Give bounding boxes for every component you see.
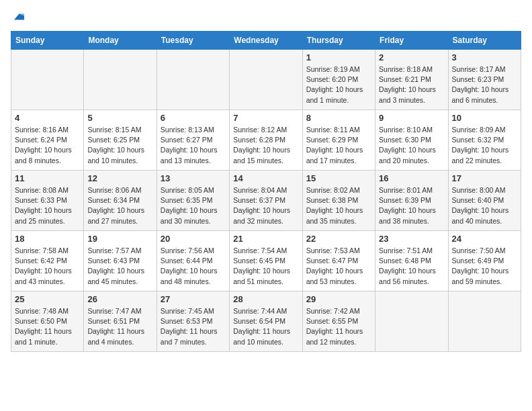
- day-number: 15: [306, 173, 371, 183]
- logo-icon: [12, 11, 24, 23]
- calendar-cell: 19Sunrise: 7:57 AMSunset: 6:43 PMDayligh…: [84, 231, 157, 291]
- day-number: 4: [15, 113, 80, 123]
- day-info: Sunrise: 8:19 AMSunset: 6:20 PMDaylight:…: [306, 64, 371, 105]
- day-info: Sunrise: 7:57 AMSunset: 6:43 PMDaylight:…: [87, 246, 152, 287]
- day-info: Sunrise: 7:56 AMSunset: 6:44 PMDaylight:…: [161, 246, 226, 287]
- day-number: 29: [306, 294, 371, 304]
- day-info: Sunrise: 8:15 AMSunset: 6:25 PMDaylight:…: [87, 125, 152, 166]
- week-row-3: 11Sunrise: 8:08 AMSunset: 6:33 PMDayligh…: [11, 171, 521, 231]
- day-info: Sunrise: 8:13 AMSunset: 6:27 PMDaylight:…: [161, 125, 226, 166]
- day-number: 8: [306, 113, 371, 123]
- day-info: Sunrise: 8:18 AMSunset: 6:21 PMDaylight:…: [379, 64, 444, 105]
- day-number: 27: [161, 294, 226, 304]
- week-row-2: 4Sunrise: 8:16 AMSunset: 6:24 PMDaylight…: [11, 110, 521, 171]
- calendar-cell: [157, 50, 229, 110]
- calendar-cell: [230, 50, 302, 110]
- calendar-cell: 27Sunrise: 7:45 AMSunset: 6:53 PMDayligh…: [157, 291, 229, 352]
- calendar-cell: 18Sunrise: 7:58 AMSunset: 6:42 PMDayligh…: [11, 231, 84, 291]
- calendar-cell: [375, 291, 448, 352]
- weekday-thursday: Thursday: [302, 32, 375, 50]
- calendar-body: 1Sunrise: 8:19 AMSunset: 6:20 PMDaylight…: [11, 50, 521, 352]
- calendar-cell: 6Sunrise: 8:13 AMSunset: 6:27 PMDaylight…: [157, 110, 229, 171]
- day-info: Sunrise: 8:09 AMSunset: 6:32 PMDaylight:…: [452, 125, 517, 166]
- day-number: 10: [452, 113, 517, 123]
- day-info: Sunrise: 7:48 AMSunset: 6:50 PMDaylight:…: [15, 306, 80, 347]
- day-number: 24: [452, 234, 517, 244]
- day-info: Sunrise: 7:54 AMSunset: 6:45 PMDaylight:…: [233, 246, 298, 287]
- calendar-cell: 26Sunrise: 7:47 AMSunset: 6:51 PMDayligh…: [84, 291, 157, 352]
- calendar-cell: 10Sunrise: 8:09 AMSunset: 6:32 PMDayligh…: [448, 110, 521, 171]
- weekday-sunday: Sunday: [11, 32, 84, 50]
- day-number: 14: [233, 173, 298, 183]
- calendar-cell: 8Sunrise: 8:11 AMSunset: 6:29 PMDaylight…: [302, 110, 375, 171]
- day-info: Sunrise: 8:11 AMSunset: 6:29 PMDaylight:…: [306, 125, 371, 166]
- calendar-cell: 7Sunrise: 8:12 AMSunset: 6:28 PMDaylight…: [230, 110, 302, 171]
- day-info: Sunrise: 7:53 AMSunset: 6:47 PMDaylight:…: [306, 246, 371, 287]
- calendar-cell: 16Sunrise: 8:01 AMSunset: 6:39 PMDayligh…: [375, 171, 448, 231]
- calendar-cell: 13Sunrise: 8:05 AMSunset: 6:35 PMDayligh…: [157, 171, 229, 231]
- day-number: 2: [379, 52, 444, 62]
- day-number: 9: [379, 113, 444, 123]
- day-info: Sunrise: 7:42 AMSunset: 6:55 PMDaylight:…: [306, 306, 371, 347]
- calendar-cell: [448, 291, 521, 352]
- day-info: Sunrise: 8:10 AMSunset: 6:30 PMDaylight:…: [379, 125, 444, 166]
- calendar-cell: 17Sunrise: 8:00 AMSunset: 6:40 PMDayligh…: [448, 171, 521, 231]
- calendar-cell: 9Sunrise: 8:10 AMSunset: 6:30 PMDaylight…: [375, 110, 448, 171]
- day-number: 17: [452, 173, 517, 183]
- day-info: Sunrise: 8:17 AMSunset: 6:23 PMDaylight:…: [452, 64, 517, 105]
- day-info: Sunrise: 8:04 AMSunset: 6:37 PMDaylight:…: [233, 185, 298, 226]
- calendar-cell: 15Sunrise: 8:02 AMSunset: 6:38 PMDayligh…: [302, 171, 375, 231]
- logo: [11, 11, 24, 23]
- calendar-cell: 25Sunrise: 7:48 AMSunset: 6:50 PMDayligh…: [11, 291, 84, 352]
- calendar-cell: [11, 50, 84, 110]
- calendar-cell: 23Sunrise: 7:51 AMSunset: 6:48 PMDayligh…: [375, 231, 448, 291]
- weekday-header-row: SundayMondayTuesdayWednesdayThursdayFrid…: [11, 32, 521, 50]
- week-row-4: 18Sunrise: 7:58 AMSunset: 6:42 PMDayligh…: [11, 231, 521, 291]
- day-info: Sunrise: 8:05 AMSunset: 6:35 PMDaylight:…: [161, 185, 226, 226]
- day-info: Sunrise: 7:44 AMSunset: 6:54 PMDaylight:…: [233, 306, 298, 347]
- calendar-cell: 24Sunrise: 7:50 AMSunset: 6:49 PMDayligh…: [448, 231, 521, 291]
- weekday-friday: Friday: [375, 32, 448, 50]
- day-number: 5: [87, 113, 152, 123]
- day-info: Sunrise: 7:45 AMSunset: 6:53 PMDaylight:…: [161, 306, 226, 347]
- day-number: 22: [306, 234, 371, 244]
- calendar-table: SundayMondayTuesdayWednesdayThursdayFrid…: [11, 31, 521, 352]
- day-number: 1: [306, 52, 371, 62]
- calendar-cell: 1Sunrise: 8:19 AMSunset: 6:20 PMDaylight…: [302, 50, 375, 110]
- day-number: 28: [233, 294, 298, 304]
- day-info: Sunrise: 8:02 AMSunset: 6:38 PMDaylight:…: [306, 185, 371, 226]
- day-number: 20: [161, 234, 226, 244]
- day-number: 3: [452, 52, 517, 62]
- day-info: Sunrise: 8:06 AMSunset: 6:34 PMDaylight:…: [87, 185, 152, 226]
- calendar-cell: 21Sunrise: 7:54 AMSunset: 6:45 PMDayligh…: [230, 231, 302, 291]
- day-number: 13: [161, 173, 226, 183]
- day-number: 26: [87, 294, 152, 304]
- day-number: 16: [379, 173, 444, 183]
- day-number: 18: [15, 234, 80, 244]
- day-number: 6: [161, 113, 226, 123]
- day-number: 23: [379, 234, 444, 244]
- day-info: Sunrise: 7:50 AMSunset: 6:49 PMDaylight:…: [452, 246, 517, 287]
- day-info: Sunrise: 7:51 AMSunset: 6:48 PMDaylight:…: [379, 246, 444, 287]
- weekday-saturday: Saturday: [448, 32, 521, 50]
- day-info: Sunrise: 8:16 AMSunset: 6:24 PMDaylight:…: [15, 125, 80, 166]
- calendar-cell: 20Sunrise: 7:56 AMSunset: 6:44 PMDayligh…: [157, 231, 229, 291]
- page-header: [11, 11, 521, 23]
- day-number: 25: [15, 294, 80, 304]
- calendar-cell: 4Sunrise: 8:16 AMSunset: 6:24 PMDaylight…: [11, 110, 84, 171]
- day-info: Sunrise: 8:08 AMSunset: 6:33 PMDaylight:…: [15, 185, 80, 226]
- day-info: Sunrise: 8:00 AMSunset: 6:40 PMDaylight:…: [452, 185, 517, 226]
- calendar-cell: 5Sunrise: 8:15 AMSunset: 6:25 PMDaylight…: [84, 110, 157, 171]
- day-info: Sunrise: 8:01 AMSunset: 6:39 PMDaylight:…: [379, 185, 444, 226]
- calendar-cell: 22Sunrise: 7:53 AMSunset: 6:47 PMDayligh…: [302, 231, 375, 291]
- week-row-5: 25Sunrise: 7:48 AMSunset: 6:50 PMDayligh…: [11, 291, 521, 352]
- day-number: 21: [233, 234, 298, 244]
- weekday-wednesday: Wednesday: [230, 32, 302, 50]
- calendar-cell: 28Sunrise: 7:44 AMSunset: 6:54 PMDayligh…: [230, 291, 302, 352]
- day-info: Sunrise: 8:12 AMSunset: 6:28 PMDaylight:…: [233, 125, 298, 166]
- week-row-1: 1Sunrise: 8:19 AMSunset: 6:20 PMDaylight…: [11, 50, 521, 110]
- weekday-monday: Monday: [84, 32, 157, 50]
- day-number: 19: [87, 234, 152, 244]
- day-info: Sunrise: 7:47 AMSunset: 6:51 PMDaylight:…: [87, 306, 152, 347]
- calendar-cell: 29Sunrise: 7:42 AMSunset: 6:55 PMDayligh…: [302, 291, 375, 352]
